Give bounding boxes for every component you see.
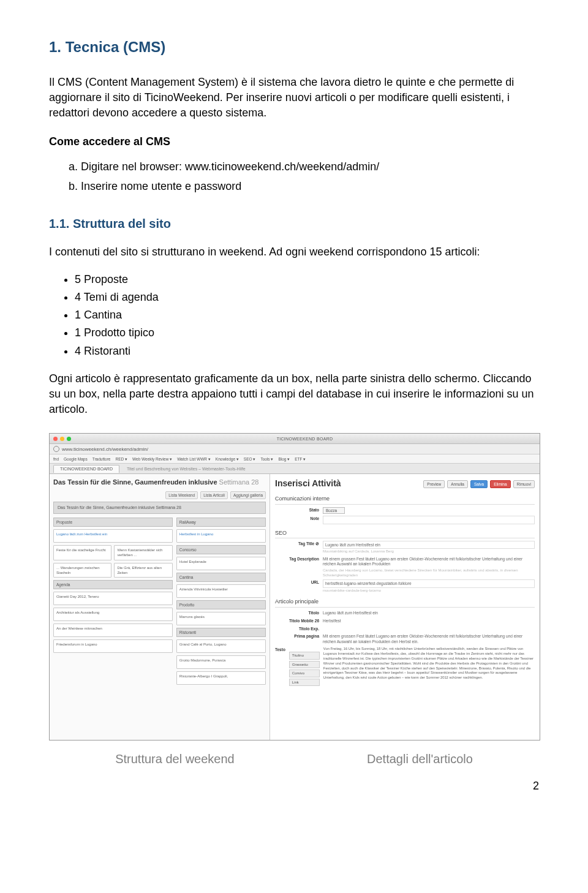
format-link: Link (289, 679, 320, 686)
titolo-label: Titolo (275, 610, 319, 616)
prima-field: Mit einem grossen Fest läutet Lugano am … (323, 633, 535, 645)
section-seo: SEO (275, 529, 535, 539)
card-proposta: Wenn Kastanienwälder sich verfärben ... (114, 545, 172, 560)
tagdesc-hint: Cardada, der Hausberg von Locarno, biete… (323, 568, 535, 578)
elimina-button: Elimina (490, 480, 510, 488)
list-item: 5 Proposte (75, 272, 539, 287)
stato-select: Bozza (323, 507, 345, 514)
format-grassetto: Grassetto (289, 661, 320, 668)
tagdesc-field: Mit einem grossen Fest läutet Lugano am … (323, 556, 535, 568)
article-counts-list: 5 Proposte 4 Temi di agenda 1 Cantina 1 … (75, 272, 539, 359)
list-item: 1 Cantina (75, 307, 539, 323)
card-cantina: Azienda Vitivinicola Hostettler (176, 584, 266, 598)
bookmark: Watch List WWR ▾ (177, 456, 211, 462)
preview-button: Preview (423, 480, 445, 488)
section-11-p1: I contenuti del sito si strutturano in w… (49, 244, 539, 260)
bookmark: Knowledge ▾ (216, 456, 239, 462)
section-1-intro: Il CMS (Content Management System) è il … (49, 75, 539, 121)
card-ristorante: Grotto Madonnone, Purasca (176, 655, 266, 669)
bookmark: Traduttore (92, 456, 111, 462)
minimize-icon (60, 437, 64, 441)
prima-label: Prima pagina (275, 633, 319, 639)
card-agenda: Gianetti Day 2012, Tenero (53, 592, 173, 605)
titolo26-field: Herbstfest (323, 618, 535, 624)
format-corsivo: Corsivo (289, 669, 320, 677)
testo-label: Testo (275, 647, 285, 652)
url-label: URL (275, 579, 319, 585)
format-tabs: Titolino Grassetto Corsivo Link (289, 652, 320, 686)
close-icon (53, 437, 58, 441)
tagtitle-label: Tag Title ⊘ (275, 541, 319, 546)
section-comunicazioni: Comunicazioni interne (275, 495, 535, 505)
right-panel: Inserisci Attività Preview Annulla Salva… (270, 474, 540, 740)
tab-lista-weekend: Lista Weekend (165, 491, 198, 499)
col-misc: RailAway Herbstfest in Lugano Concorso H… (176, 518, 266, 685)
card-concorso: Hotel Esplanade (176, 557, 266, 570)
url-text: www.ticinoweekend.ch/weekend/admin/ (62, 446, 148, 453)
list-item: 4 Temi di agenda (75, 290, 539, 305)
tab-lista-articoli: Lista Articoli (200, 491, 228, 499)
url-hint: mountainbike-cardada-berg-locarno (323, 588, 535, 593)
format-titolino: Titolino (289, 652, 320, 659)
caption-left: Struttura del weekend (115, 750, 235, 767)
note-label: Note (275, 516, 319, 521)
tagtitle-field: Lugano lädt zum Herbstfest ein (323, 541, 535, 549)
cms-screenshot: TICINOWEEKEND BOARD www.ticinoweekend.ch… (49, 433, 540, 740)
card-agenda: Architektur als Ausstellung (53, 608, 173, 621)
step-b: b. Inserire nome utente e password (69, 179, 539, 194)
card-ristorante: Grand Café al Porto, Lugano (176, 639, 266, 653)
card-proposta: Lugano lädt zum Herbstfest ein (53, 529, 173, 543)
tab-inactive: Titel und Beschreibung von Websites – We… (121, 465, 252, 473)
list-item: 4 Ristoranti (75, 344, 539, 359)
bookmark: ETF ▾ (295, 456, 306, 462)
left-panel: Das Tessin für die Sinne, Gaumenfreuden … (50, 474, 270, 740)
stato-label: Stato (275, 507, 319, 513)
url-field: herbstfest-lugano-winzerfest-degustation… (323, 579, 535, 587)
bookmark: fnd (53, 456, 59, 462)
rimuovi-button: Rimuovi (513, 480, 535, 488)
testo-field: Von Freitag, 16 Uhr, bis Sonntag, 18 Uhr… (323, 647, 535, 680)
section-articolo: Articolo principale (275, 598, 535, 608)
right-title: Inserisci Attività (275, 478, 421, 490)
titolo-field: Lugano lädt zum Herbstfest ein (323, 610, 535, 616)
card-proposta: Feste für die stachelige Frucht (53, 545, 111, 560)
weekend-title: Das Tessin für die Sinne, Gaumenfreuden … (53, 478, 217, 486)
bookmark: Google Maps (64, 456, 88, 462)
card-proposta: Die Grà, Effizienz aus alten Zeiten (114, 563, 172, 578)
card-proposta: ... Wanderungen zwischen Stacheln (53, 563, 111, 578)
titoloexp-label: Titolo Exp. (275, 626, 319, 631)
tab-active: TICINOWEEKEND BOARD (53, 465, 119, 473)
label-ristoranti: Ristoranti (176, 628, 266, 637)
access-heading: Come accedere al CMS (49, 134, 539, 149)
bookmark: Web Weekly Review ▾ (132, 456, 172, 462)
label-railaway: RailAway (176, 518, 266, 527)
tagdesc-label: Tag Description (275, 556, 319, 562)
globe-icon (53, 446, 59, 452)
step-a: a. Digitare nel browser: www.ticinoweeke… (69, 159, 539, 175)
bookmark: Blog ▾ (278, 456, 290, 462)
url-bar: www.ticinoweekend.ch/weekend/admin/ (50, 444, 540, 454)
card-agenda: An der Weinlese mitmachen (53, 624, 173, 637)
card-agenda: Friedensforum in Lugano (53, 639, 173, 653)
bookmark: RED ▾ (115, 456, 127, 462)
note-field (323, 516, 535, 524)
annulla-button: Annulla (447, 480, 468, 488)
browser-tabs: TICINOWEEKEND BOARD Titel und Beschreibu… (50, 464, 540, 474)
settimana-label: Settimana 28 (219, 478, 259, 486)
tab-aggiungi-galleria: Aggiungi galleria (230, 491, 266, 499)
section-11-p2: Ogni articolo è rappresentato graficamen… (49, 371, 539, 418)
window-title: TICINOWEEKEND BOARD (74, 436, 536, 442)
card-prodotto: Marrons glacés (176, 612, 266, 625)
col-proposte: Proposte Lugano lädt zum Herbstfest ein … (53, 518, 173, 685)
card-railaway: Herbstfest in Lugano (176, 529, 266, 543)
mac-titlebar: TICINOWEEKEND BOARD (50, 434, 540, 444)
zoom-icon (67, 437, 71, 441)
section-11-title: 1.1. Struttura del sito (49, 215, 539, 232)
caption-right: Dettagli dell'articolo (367, 750, 473, 767)
label-agenda: Agenda (53, 580, 173, 589)
list-item: 1 Prodotto tipico (75, 325, 539, 341)
label-prodotto: Prodotto (176, 600, 266, 609)
label-proposte: Proposte (53, 518, 173, 527)
tagtitle-hint: Mountainbiking auf Cardada, Losanna Berg (323, 549, 535, 554)
page-number: 2 (49, 778, 539, 794)
